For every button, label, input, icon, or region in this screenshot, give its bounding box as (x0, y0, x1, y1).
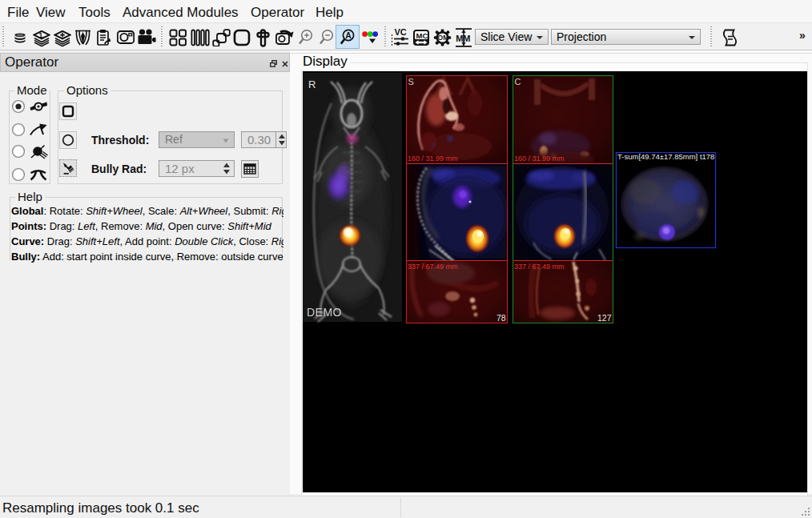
svg-text:127: 127 (597, 313, 612, 323)
svg-text:VC: VC (395, 28, 407, 37)
svg-text:DEMO: DEMO (307, 306, 342, 319)
svg-text:337 / 67.49 mm: 337 / 67.49 mm (408, 263, 458, 271)
svg-text:160 / 31.99 mm: 160 / 31.99 mm (408, 155, 458, 163)
svg-text:OM: OM (438, 34, 449, 42)
svg-text:78: 78 (496, 313, 506, 323)
svg-text:337 / 67.49 mm: 337 / 67.49 mm (514, 263, 565, 271)
svg-text:MM: MM (456, 34, 470, 43)
svg-text:S: S (408, 77, 414, 86)
svg-text:160 / 31.99 mm: 160 / 31.99 mm (514, 155, 565, 163)
svg-text:MC: MC (416, 31, 428, 40)
svg-text:C: C (515, 77, 521, 86)
svg-text:R: R (308, 78, 316, 90)
svg-text:A: A (345, 30, 352, 40)
svg-text:1.: 1. (39, 31, 45, 39)
svg-text:T-sum[49.74±17.85mm] t178: T-sum[49.74±17.85mm] t178 (617, 152, 714, 161)
